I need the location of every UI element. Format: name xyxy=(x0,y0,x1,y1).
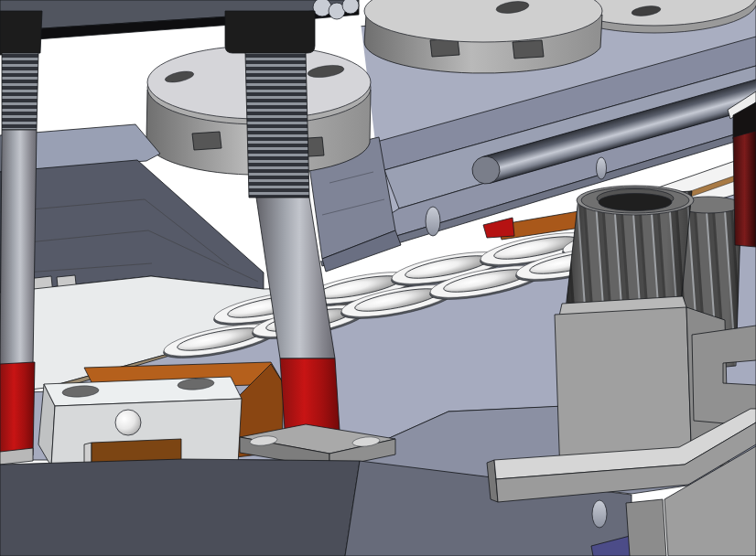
maroon-body xyxy=(733,131,756,247)
support-column xyxy=(626,499,666,556)
die-shoe-front-face xyxy=(0,459,360,556)
post-body xyxy=(0,130,37,366)
bushing-notch xyxy=(513,40,544,59)
dowel-peg xyxy=(426,207,440,236)
dowel-hole xyxy=(115,410,141,435)
urethane-spring xyxy=(0,362,35,457)
thread-section xyxy=(245,53,309,198)
scallop-part xyxy=(342,0,359,14)
scallop-part xyxy=(313,0,331,16)
bushing-notch xyxy=(192,132,221,150)
dowel-peg-small xyxy=(597,157,607,179)
screw-head xyxy=(0,11,42,55)
guide-bushing-center xyxy=(364,0,602,73)
screw-head xyxy=(225,11,315,53)
rail-peg xyxy=(592,500,607,528)
die-block-white xyxy=(38,377,242,468)
cad-viewport[interactable] xyxy=(0,0,756,556)
thread-section xyxy=(2,53,38,130)
spline-bore xyxy=(599,194,672,211)
